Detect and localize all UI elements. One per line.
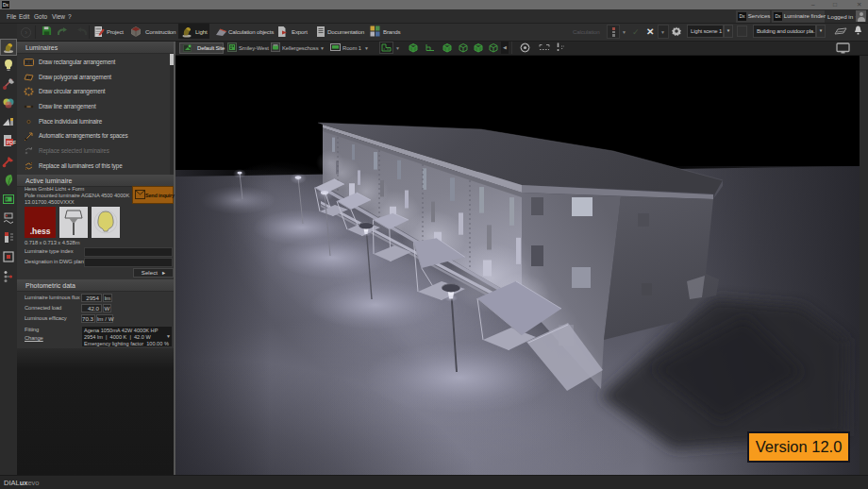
svg-text:PDF: PDF (7, 140, 16, 145)
